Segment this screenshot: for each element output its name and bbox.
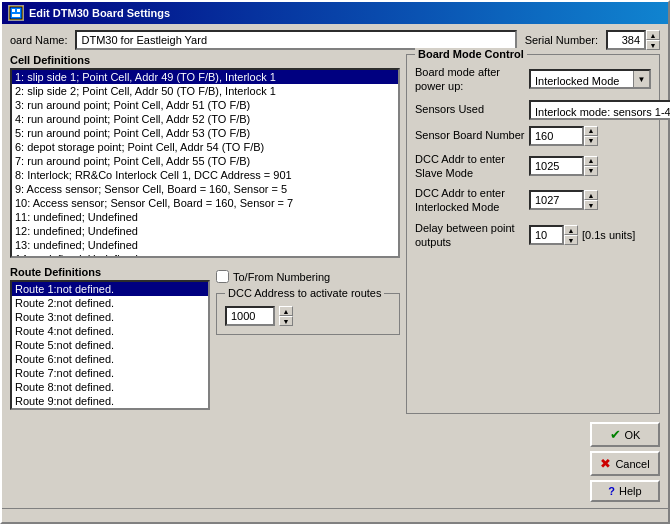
dcc-address-routes-down-btn[interactable]: ▼	[279, 316, 293, 326]
route-section: Route Definitions Route 1:not defined.Ro…	[10, 266, 400, 410]
help-label: Help	[619, 485, 642, 497]
delay-between-down-btn[interactable]: ▼	[564, 235, 578, 245]
route-list-item[interactable]: Route 5:not defined.	[12, 338, 208, 352]
route-definitions-label: Route Definitions	[10, 266, 210, 278]
dcc-addr-interlock-row: DCC Addr to enter Interlocked Mode ▲ ▼	[415, 186, 651, 215]
cell-list-item[interactable]: 9: Access sensor; Sensor Cell, Board = 1…	[12, 182, 398, 196]
dcc-address-routes-input[interactable]	[225, 306, 275, 326]
dcc-address-routes-group: DCC Address to activate routes ▲ ▼	[216, 293, 400, 335]
cell-list-item[interactable]: 8: Interlock; RR&Co Interlock Cell 1, DC…	[12, 168, 398, 182]
route-list-item[interactable]: Route 6:not defined.	[12, 352, 208, 366]
cancel-icon: ✖	[600, 456, 611, 471]
board-mode-dropdown-arrow[interactable]: ▼	[633, 71, 649, 87]
window-title: Edit DTM30 Board Settings	[29, 7, 170, 19]
delay-between-row: Delay between point outputs ▲ ▼ [0.1s un…	[415, 221, 651, 250]
dcc-addr-interlock-spinner: ▲ ▼	[529, 190, 598, 210]
route-list-item[interactable]: Route 3:not defined.	[12, 310, 208, 324]
sensor-board-number-up-btn[interactable]: ▲	[584, 126, 598, 136]
serial-number-up-btn[interactable]: ▲	[646, 30, 660, 40]
route-list-item[interactable]: Route 7:not defined.	[12, 366, 208, 380]
board-mode-row: Board mode after power up: Interlocked M…	[415, 65, 651, 94]
route-list-item[interactable]: Route 4:not defined.	[12, 324, 208, 338]
ok-button[interactable]: ✔ OK	[590, 422, 660, 447]
to-from-numbering-checkbox[interactable]	[216, 270, 229, 283]
cell-definitions-listbox[interactable]: 1: slip side 1; Point Cell, Addr 49 (TO …	[10, 68, 400, 258]
serial-number-input[interactable]	[606, 30, 646, 50]
delay-between-label: Delay between point outputs	[415, 221, 525, 250]
cell-list-item[interactable]: 6: depot storage point; Point Cell, Addr…	[12, 140, 398, 154]
title-bar: Edit DTM30 Board Settings	[2, 2, 668, 24]
board-mode-dropdown[interactable]: Interlocked Mode ▼	[529, 69, 651, 89]
cell-list-item[interactable]: 13: undefined; Undefined	[12, 238, 398, 252]
dcc-addr-interlock-down-btn[interactable]: ▼	[584, 200, 598, 210]
dcc-addr-interlock-label: DCC Addr to enter Interlocked Mode	[415, 186, 525, 215]
sensors-used-value: Interlock mode: sensors 1-4	[531, 102, 670, 118]
bottom-bar	[2, 508, 668, 522]
ok-label: OK	[625, 429, 641, 441]
help-icon: ?	[608, 485, 615, 497]
board-name-input[interactable]	[75, 30, 516, 50]
svg-rect-2	[17, 9, 20, 12]
cell-list-item[interactable]: 12: undefined; Undefined	[12, 224, 398, 238]
main-area: Cell Definitions 1: slip side 1; Point C…	[10, 54, 660, 502]
to-from-numbering-label: To/From Numbering	[233, 271, 330, 283]
right-panel: Board Mode Control Board mode after powe…	[406, 54, 660, 502]
dcc-addr-slave-input[interactable]	[529, 156, 584, 176]
left-panel: Cell Definitions 1: slip side 1; Point C…	[10, 54, 400, 502]
board-mode-control-group: Board Mode Control Board mode after powe…	[406, 54, 660, 414]
serial-number-down-btn[interactable]: ▼	[646, 40, 660, 50]
route-definitions-section: Route Definitions Route 1:not defined.Ro…	[10, 266, 210, 410]
sensor-board-number-spinner-btns: ▲ ▼	[584, 126, 598, 146]
sensor-board-number-down-btn[interactable]: ▼	[584, 136, 598, 146]
dcc-addr-slave-up-btn[interactable]: ▲	[584, 156, 598, 166]
sensor-board-number-label: Sensor Board Number	[415, 128, 525, 142]
ok-icon: ✔	[610, 427, 621, 442]
cell-list-item[interactable]: 1: slip side 1; Point Cell, Addr 49 (TO …	[12, 70, 398, 84]
dcc-address-routes-title: DCC Address to activate routes	[225, 287, 384, 299]
dcc-addr-interlock-input[interactable]	[529, 190, 584, 210]
dcc-addr-slave-spinner-btns: ▲ ▼	[584, 156, 598, 176]
route-definitions-listbox[interactable]: Route 1:not defined.Route 2:not defined.…	[10, 280, 210, 410]
cell-list-item[interactable]: 10: Access sensor; Sensor Cell, Board = …	[12, 196, 398, 210]
route-list-item[interactable]: Route 9:not defined.	[12, 394, 208, 408]
sensor-board-number-spinner: ▲ ▼	[529, 126, 598, 146]
dcc-addr-slave-down-btn[interactable]: ▼	[584, 166, 598, 176]
dcc-addr-interlock-up-btn[interactable]: ▲	[584, 190, 598, 200]
svg-rect-1	[12, 9, 15, 12]
dcc-addr-slave-row: DCC Addr to enter Slave Mode ▲ ▼	[415, 152, 651, 181]
cell-list-item[interactable]: 11: undefined; Undefined	[12, 210, 398, 224]
serial-number-label: Serial Number:	[525, 34, 598, 46]
to-from-numbering-row: To/From Numbering	[216, 270, 400, 283]
route-list-item[interactable]: Route 2:not defined.	[12, 296, 208, 310]
cell-definitions-label: Cell Definitions	[10, 54, 400, 66]
delay-units-label: [0.1s units]	[582, 229, 635, 241]
sensors-used-dropdown[interactable]: Interlock mode: sensors 1-4 ▼	[529, 100, 670, 120]
delay-between-input[interactable]	[529, 225, 564, 245]
route-list-item[interactable]: Route 1:not defined.	[12, 282, 208, 296]
cell-list-item[interactable]: 7: run around point; Point Cell, Addr 55…	[12, 154, 398, 168]
cell-list-item[interactable]: 3: run around point; Point Cell, Addr 51…	[12, 98, 398, 112]
svg-rect-0	[10, 7, 22, 19]
dcc-address-routes-up-btn[interactable]: ▲	[279, 306, 293, 316]
sensors-used-label: Sensors Used	[415, 102, 525, 116]
cell-list-item[interactable]: 5: run around point; Point Cell, Addr 53…	[12, 126, 398, 140]
board-name-label: oard Name:	[10, 34, 67, 46]
delay-between-spinner-btns: ▲ ▼	[564, 225, 578, 245]
cell-definitions-section: Cell Definitions 1: slip side 1; Point C…	[10, 54, 400, 258]
cell-list-item[interactable]: 14: undefined; Undefined	[12, 252, 398, 258]
serial-number-spinner-btns: ▲ ▼	[646, 30, 660, 50]
route-list-item[interactable]: Route 8:not defined.	[12, 380, 208, 394]
delay-between-up-btn[interactable]: ▲	[564, 225, 578, 235]
button-row: ✔ OK ✖ Cancel ? Help	[406, 414, 660, 502]
sensor-board-number-input[interactable]	[529, 126, 584, 146]
cell-list-item[interactable]: 4: run around point; Point Cell, Addr 52…	[12, 112, 398, 126]
dcc-addr-slave-spinner: ▲ ▼	[529, 156, 598, 176]
title-icon	[8, 5, 24, 21]
dcc-addr-interlock-spinner-btns: ▲ ▼	[584, 190, 598, 210]
help-button[interactable]: ? Help	[590, 480, 660, 502]
serial-number-spinner: ▲ ▼	[606, 30, 660, 50]
main-window: Edit DTM30 Board Settings oard Name: Ser…	[0, 0, 670, 524]
cell-list-item[interactable]: 2: slip side 2; Point Cell, Addr 50 (TO …	[12, 84, 398, 98]
window-content: oard Name: Serial Number: ▲ ▼ Cell Defin…	[2, 24, 668, 508]
cancel-button[interactable]: ✖ Cancel	[590, 451, 660, 476]
